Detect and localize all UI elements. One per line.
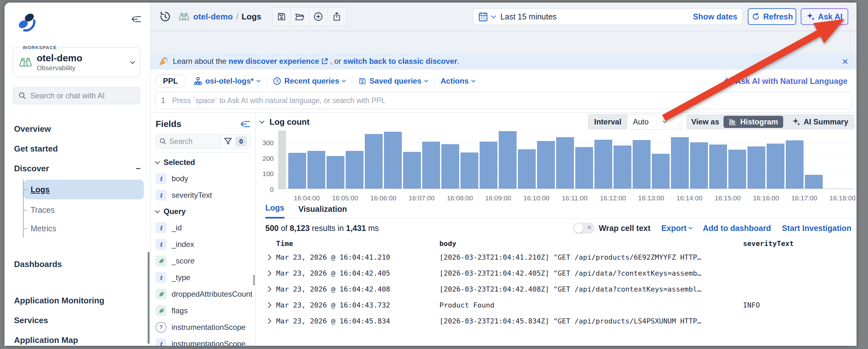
add-to-dashboard-link[interactable]: Add to dashboard <box>703 224 771 233</box>
actions-dropdown[interactable]: Actions <box>441 77 475 86</box>
sidebar-scrollbar[interactable] <box>148 252 150 344</box>
table-row[interactable]: Mar 23, 2026 @ 16:04:43.732Product Found… <box>260 297 855 313</box>
refresh-button[interactable]: Refresh <box>748 8 796 25</box>
chart-pane: Log count Interval Auto View as <box>256 113 857 346</box>
field-item-flags[interactable]: #flags <box>156 302 255 319</box>
time-range-label[interactable]: Last 15 minutes <box>500 12 557 21</box>
col-header-time[interactable]: Time <box>276 239 439 248</box>
chevron-down-icon <box>491 13 496 18</box>
table-row[interactable]: Mar 23, 2026 @ 16:04:42.408[2026-03-23T2… <box>260 281 855 297</box>
sidebar-item-overview[interactable]: Overview <box>4 119 150 139</box>
sidebar-item-discover[interactable]: Discover− <box>4 158 150 178</box>
histogram-bar <box>747 146 765 188</box>
tab-logs[interactable]: Logs <box>265 203 284 219</box>
sidebar-item-application-monitoring[interactable]: Application Monitoring <box>4 291 150 311</box>
histogram-bar <box>307 151 325 188</box>
show-dates-link[interactable]: Show dates <box>693 12 737 21</box>
field-item-_score[interactable]: #_score <box>156 253 255 269</box>
field-item-instrumentationScope[interactable]: tinstrumentationScope.… <box>156 336 255 346</box>
query-language-button[interactable]: PPL <box>155 74 186 88</box>
field-item-body[interactable]: tbody <box>156 170 255 187</box>
histogram-bar <box>499 131 516 188</box>
banner-close-icon[interactable]: × <box>842 56 848 67</box>
histogram-bar <box>556 137 574 188</box>
col-header-body[interactable]: body <box>439 239 743 248</box>
fields-filter-button[interactable]: 0 <box>221 134 250 148</box>
sidebar-subitem-metrics[interactable]: Metrics <box>24 219 150 238</box>
expand-row-icon[interactable] <box>265 318 271 324</box>
sidebar-subitem-logs[interactable]: Logs <box>24 180 144 199</box>
table-row[interactable]: Mar 23, 2026 @ 16:04:41.210[2026-03-23T2… <box>260 249 855 265</box>
fields-search-input[interactable] <box>169 137 193 146</box>
sidebar-subitem-traces[interactable]: Traces <box>24 201 150 219</box>
fields-collapse-icon[interactable] <box>241 120 250 128</box>
save-button[interactable] <box>272 7 291 26</box>
fields-section-query[interactable]: Query <box>156 204 255 220</box>
sidebar-item-services[interactable]: Services <box>4 311 150 330</box>
chart-plot[interactable]: 16:04:0016:05:0016:06:0016:07:0016:08:00… <box>278 131 854 189</box>
field-item-instrumentationScope[interactable]: ?instrumentationScope <box>156 319 255 336</box>
date-picker[interactable]: Last 15 minutes Show dates <box>473 8 743 25</box>
fields-search[interactable] <box>156 134 221 148</box>
field-item-droppedAttributesCount[interactable]: #droppedAttributesCount <box>156 286 255 302</box>
expand-row-icon[interactable] <box>265 286 271 292</box>
histogram-bar <box>614 145 631 188</box>
sidebar-item-get-started[interactable]: Get started <box>4 139 150 158</box>
ai-summary-button[interactable]: AI Summary <box>788 117 853 126</box>
log-table: Time body severityText Mar 23, 2026 @ 16… <box>260 238 855 346</box>
field-item-_index[interactable]: t_index <box>156 236 255 253</box>
field-item-_type[interactable]: t_type <box>156 269 255 286</box>
dataset-selector[interactable]: osi-otel-logs* <box>194 77 260 86</box>
open-folder-button[interactable] <box>291 7 309 26</box>
discover-banner: Learn about the new discover experience … <box>151 53 857 69</box>
tab-visualization[interactable]: Visualization <box>299 204 347 218</box>
fields-section-selected[interactable]: Selected <box>156 154 255 170</box>
ask-ai-button[interactable]: Ask AI <box>801 8 848 25</box>
workspace-selector[interactable]: WORKSPACE otel-demo Observability <box>13 47 140 77</box>
new-item-button[interactable] <box>309 7 328 26</box>
interval-control: Interval Auto <box>588 114 681 129</box>
wrap-text-toggle[interactable]: × <box>574 223 594 234</box>
new-discover-link[interactable]: new discover experience <box>229 57 319 65</box>
ask-ai-nl-link[interactable]: Ask AI with Natural Language <box>723 77 852 86</box>
classic-discover-link[interactable]: switch back to classic discover <box>343 57 457 65</box>
sidebar-collapse-icon[interactable] <box>132 15 141 23</box>
calendar-icon[interactable] <box>478 11 488 22</box>
sidebar-search-input[interactable] <box>30 91 135 100</box>
table-row[interactable]: Mar 23, 2026 @ 16:04:42.405[2026-03-23T2… <box>260 265 855 281</box>
table-row[interactable]: Mar 23, 2026 @ 16:04:45.834[2026-03-23T2… <box>260 313 855 329</box>
share-button[interactable] <box>328 7 346 26</box>
histogram-bar <box>518 149 535 188</box>
sidebar-item-application-map[interactable]: Application Map <box>4 330 150 346</box>
saved-queries-dropdown[interactable]: Saved queries <box>359 77 428 86</box>
field-name: _id <box>172 223 182 232</box>
fields-scrollbar[interactable] <box>253 275 255 286</box>
sidebar-search[interactable] <box>13 87 140 104</box>
expand-row-icon[interactable] <box>265 302 271 308</box>
y-axis-label: 300 <box>262 139 274 147</box>
field-item-severityText[interactable]: tseverityText <box>156 187 255 204</box>
toolbar-icon-group <box>272 7 346 26</box>
history-icon[interactable] <box>159 10 172 23</box>
cell-time: Mar 23, 2026 @ 16:04:42.408 <box>276 285 439 293</box>
field-item-_id[interactable]: t_id <box>156 220 255 236</box>
sidebar-item-dashboards[interactable]: Dashboards <box>4 254 150 274</box>
export-dropdown[interactable]: Export <box>661 224 692 233</box>
expand-row-icon[interactable] <box>265 270 271 276</box>
expand-row-icon[interactable] <box>265 254 271 260</box>
start-investigation-link[interactable]: Start Investigation <box>782 224 851 233</box>
recent-queries-dropdown[interactable]: Recent queries <box>273 77 345 86</box>
log-count-histogram[interactable]: 0100200300 16:04:0016:05:0016:06:0016:07… <box>260 131 855 202</box>
breadcrumb-workspace[interactable]: otel-demo <box>193 12 233 22</box>
table-body: Mar 23, 2026 @ 16:04:41.210[2026-03-23T2… <box>260 249 855 329</box>
interval-select[interactable]: Auto <box>627 115 681 129</box>
histogram-toggle-button[interactable]: Histogram <box>723 116 783 128</box>
query-input[interactable]: 1 Press `space` to Ask AI with natural l… <box>155 92 852 109</box>
save-icon <box>359 77 366 85</box>
col-header-severity[interactable]: severityText <box>743 239 855 248</box>
left-sidebar: WORKSPACE otel-demo Observability <box>4 3 151 346</box>
cell-time: Mar 23, 2026 @ 16:04:41.210 <box>276 253 439 261</box>
table-header: Time body severityText <box>260 238 855 249</box>
collapse-minus-icon[interactable]: − <box>136 164 141 174</box>
collapse-chart-icon[interactable] <box>259 118 265 123</box>
